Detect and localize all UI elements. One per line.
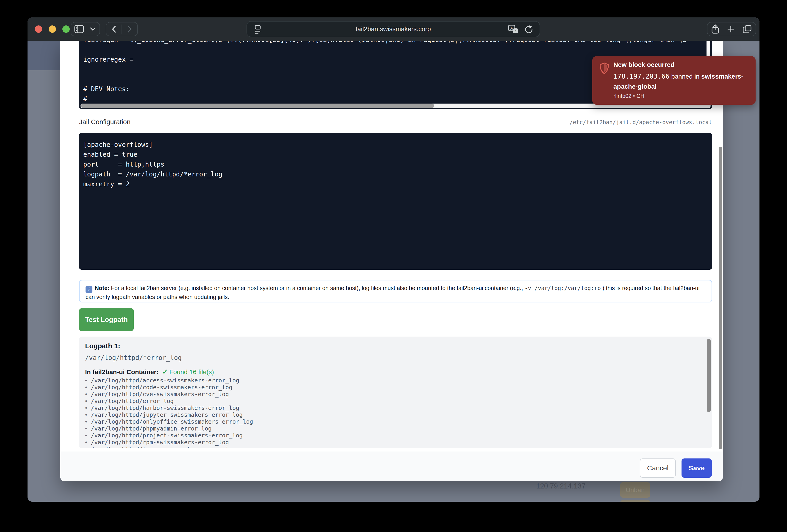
sidebar-icon[interactable] <box>71 22 87 36</box>
list-item: /var/log/httpd/cve-swissmakers-error_log <box>85 391 703 398</box>
container-label: In fail2ban-ui Container: <box>85 369 158 376</box>
list-item: /var/log/httpd/harbor-swissmakers-error_… <box>85 404 703 411</box>
list-item: /var/log/httpd/project-swissmakers-error… <box>85 432 703 439</box>
note-box: iNote: For a local fail2ban server (e.g.… <box>79 280 712 303</box>
unban-button[interactable]: Unban <box>620 482 650 497</box>
back-button[interactable] <box>106 22 122 36</box>
jail-config-title: Jail Configuration <box>79 118 130 126</box>
results-scrollbar[interactable] <box>707 339 711 412</box>
check-icon: ✓ <box>162 368 168 376</box>
dimmed-banned-ip: 120.79.214.137 <box>536 482 586 490</box>
editor-horizontal-scrollbar-thumb[interactable] <box>81 104 434 108</box>
toast-middle-text: banned in <box>669 73 701 80</box>
page-viewport: 120.79.214.137 Unban Unban failregex = %… <box>27 41 760 502</box>
note-text-before: For a local fail2ban server (e.g. instal… <box>109 285 525 291</box>
jail-config-path: /etc/fail2ban/jail.d/apache-overflows.lo… <box>570 119 712 126</box>
list-item: /var/log/httpd/onlyoffice-swissmakers-er… <box>85 418 703 425</box>
sidebar-toggle-group <box>71 22 100 36</box>
info-icon: i <box>86 286 92 293</box>
logpath-value: /var/log/httpd/*error_log <box>85 354 182 361</box>
toast-title: New block occurred <box>613 61 675 68</box>
jail-edit-modal: failregex = %(_apache_error_client)s (?:… <box>60 41 723 481</box>
note-code: -v /var/log:/var/log:ro <box>525 285 601 291</box>
test-logpath-button[interactable]: Test Logpath <box>79 308 134 331</box>
traffic-lights <box>35 25 70 33</box>
unban-button-clipped[interactable]: Unban <box>620 500 650 502</box>
browser-window: fail2ban.swissmakers.corp A x <box>27 17 760 502</box>
translate-icon[interactable]: A x <box>508 25 518 35</box>
shield-icon <box>599 63 609 74</box>
list-item: /var/log/httpd/teams-swissmakers-error_l… <box>85 446 703 448</box>
found-files-list: /var/log/httpd/access-swissmakers-error_… <box>85 377 703 448</box>
logpath-test-results: Logpath 1: /var/log/httpd/*error_log In … <box>79 337 712 448</box>
logpath-label: Logpath 1: <box>85 342 120 350</box>
jail-config-editor[interactable]: [apache-overflows] enabled = true port =… <box>79 133 712 270</box>
jail-config-text: [apache-overflows] enabled = true port =… <box>83 140 703 268</box>
reload-icon[interactable] <box>525 25 534 35</box>
note-label: Note: <box>95 285 109 291</box>
close-window-button[interactable] <box>35 25 42 33</box>
list-item: /var/log/httpd/jupyter-swissmakers-error… <box>85 411 703 418</box>
tab-overview-icon[interactable] <box>743 25 752 34</box>
minimize-window-button[interactable] <box>49 25 56 33</box>
forward-button[interactable] <box>122 22 137 36</box>
browser-toolbar: fail2ban.swissmakers.corp A x <box>27 17 760 41</box>
modal-footer: Cancel Save <box>60 451 723 481</box>
new-tab-icon[interactable] <box>727 25 735 33</box>
share-icon[interactable] <box>711 24 719 34</box>
list-item: /var/log/httpd/phpmyadmin-error_log <box>85 425 703 432</box>
url-text: fail2ban.swissmakers.corp <box>247 25 539 33</box>
svg-text:x: x <box>515 29 516 32</box>
address-bar[interactable]: fail2ban.swissmakers.corp A x <box>247 21 540 37</box>
toast-message: 178.197.203.66 banned in swissmakers-apa… <box>613 71 751 92</box>
list-item: /var/log/httpd/rpm-swissmakers-error_log <box>85 439 703 446</box>
toast-meta: rlinfp02 • CH <box>613 93 644 99</box>
sidebar-chevron-down-icon[interactable] <box>87 22 99 36</box>
jail-config-header: Jail Configuration /etc/fail2ban/jail.d/… <box>79 118 712 128</box>
new-block-toast[interactable]: New block occurred 178.197.203.66 banned… <box>592 56 756 105</box>
toast-banned-ip: 178.197.203.66 <box>613 72 669 80</box>
modal-scrollbar[interactable] <box>719 147 722 449</box>
list-item: /var/log/httpd/access-swissmakers-error_… <box>85 377 703 384</box>
save-button[interactable]: Save <box>682 459 712 478</box>
found-count: Found 16 file(s) <box>169 369 214 376</box>
toolbar-right-group <box>707 22 756 36</box>
cancel-button[interactable]: Cancel <box>640 459 676 478</box>
list-item: /var/log/httpd/code-swissmakers-error_lo… <box>85 384 703 391</box>
container-result-row: In fail2ban-ui Container:✓Found 16 file(… <box>85 368 214 376</box>
list-item: /var/log/httpd/error_log <box>85 398 703 404</box>
svg-text:A: A <box>510 26 513 30</box>
dimmed-background-panel <box>27 41 60 70</box>
zoom-window-button[interactable] <box>62 25 70 33</box>
nav-buttons <box>106 22 138 36</box>
